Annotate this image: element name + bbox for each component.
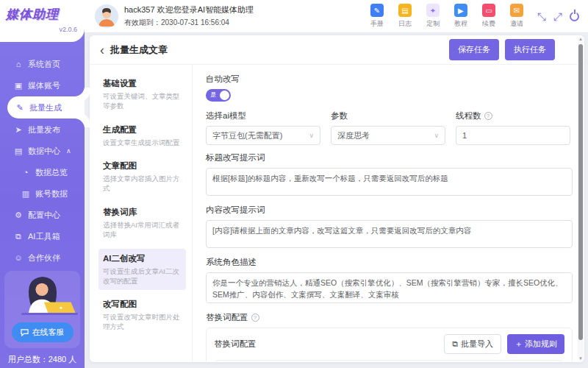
window-controls: ⤡ ⤢ — [537, 11, 579, 22]
invite-label: 邀请 — [510, 19, 523, 29]
sidebar-item-label: 批量生成 — [29, 102, 62, 113]
vertical-scrollbar[interactable]: ▲ ▼ — [578, 37, 584, 361]
user-info: hack357 欢迎您登录AI智能媒体助理 有效期到：2030-07-31 16… — [124, 4, 368, 28]
tutorial-icon: ▶ — [454, 4, 467, 17]
support-panel: 在线客服 — [4, 271, 80, 348]
step-ai-rewrite[interactable]: AI二创改写 可设置生成后文章AI二次改写的配置 — [98, 249, 186, 291]
replace-panel-header: 替换词配置 ⧉ 批量导入 ＋ 添加规则 — [214, 334, 564, 354]
data-center-icon: ▤ — [13, 146, 24, 156]
question-icon[interactable]: ? — [251, 314, 259, 322]
sidebar-item-label: 合作伙伴 — [28, 252, 60, 263]
thread-label: 线程数 ? — [456, 110, 570, 121]
model-field: 选择ai模型 字节豆包(无需配置) ∨ — [206, 110, 320, 145]
step-basic-settings[interactable]: 基础设置 可设置关键词、文章类型等参数 — [98, 74, 186, 116]
title-prompt-textarea[interactable]: 根据[标题]的标题内容，重新改写一个标题，只需要返回改写后的标题 — [206, 168, 573, 196]
tutorial-button[interactable]: ▶ 教程 — [452, 4, 470, 29]
rewrite-form: 自动改写 是 选择ai模型 字节豆包(无需配置) ∨ 参数 — [193, 65, 584, 361]
save-task-button[interactable]: 保存任务 — [449, 39, 499, 60]
scrollbar-thumb[interactable] — [578, 44, 583, 340]
sidebar-item-partners[interactable]: ☺ 合作伙伴 — [0, 247, 85, 268]
send-icon: ➤ — [13, 125, 24, 135]
chat-icon — [21, 328, 29, 336]
quick-icons: ✎ 手册 ▤ 日志 ✦ 定制 ▶ 教程 ▭ 续费 ✉ 邀请 — [368, 4, 526, 29]
batch-import-label: 批量导入 — [461, 339, 493, 350]
run-task-button[interactable]: 执行任务 — [505, 39, 555, 60]
toggle-knob — [220, 91, 229, 100]
add-rule-button[interactable]: ＋ 添加规则 — [507, 334, 564, 354]
model-label: 选择ai模型 — [206, 110, 320, 121]
online-service-label: 在线客服 — [32, 327, 65, 338]
sidebar-item-batch-publish[interactable]: ➤ 批量发布 — [0, 119, 85, 140]
app-window: 媒体助理 v2.0.6 ⌂ 系统首页 ▣ 媒体账号 ✎ 批量生成 ➤ 批量发布 … — [0, 0, 588, 368]
customize-label: 定制 — [426, 19, 440, 29]
sidebar-item-data-center[interactable]: ▤ 数据中心 ∧ — [0, 141, 85, 161]
chevron-down-icon: ∨ — [309, 132, 314, 139]
page-title: 批量生成文章 — [110, 43, 443, 57]
replace-word-panel: 替换词配置 ⧉ 批量导入 ＋ 添加规则 → — [206, 328, 573, 361]
batch-import-button[interactable]: ⧉ 批量导入 — [444, 334, 501, 354]
thread-count-input[interactable] — [456, 126, 570, 145]
sidebar-item-batch-generate[interactable]: ✎ 批量生成 — [7, 96, 85, 118]
media-account-icon: ▣ — [13, 81, 24, 91]
sidebar-nav: ⌂ 系统首页 ▣ 媒体账号 ✎ 批量生成 ➤ 批量发布 ▤ 数据中心 ∧ ◔ — [0, 54, 85, 268]
sidebar-item-home[interactable]: ⌂ 系统首页 — [0, 54, 85, 74]
step-desc: 可设置关键词、文章类型等参数 — [103, 92, 182, 111]
step-title: 基础设置 — [103, 78, 182, 89]
partners-icon: ☺ — [13, 253, 24, 262]
auto-rewrite-label: 自动改写 — [206, 74, 573, 85]
plus-icon: ＋ — [514, 339, 523, 350]
scroll-up-icon[interactable]: ▲ — [578, 37, 584, 41]
thread-field: 线程数 ? — [456, 110, 570, 145]
step-desc: 可设置改写文章时图片处理方式 — [103, 313, 182, 332]
power-icon[interactable] — [570, 12, 579, 21]
manual-button[interactable]: ✎ 手册 — [368, 4, 386, 29]
renew-button[interactable]: ▭ 续费 — [480, 4, 498, 29]
auto-rewrite-toggle[interactable]: 是 — [206, 89, 231, 102]
customize-button[interactable]: ✦ 定制 — [424, 4, 442, 29]
renew-label: 续费 — [482, 19, 495, 29]
param-field: 参数 深度思考 ∨ — [331, 110, 445, 145]
collapse-window-icon[interactable]: ⤢ — [553, 11, 562, 22]
step-rewrite-images[interactable]: 改写配图 可设置改写文章时图片处理方式 — [98, 294, 186, 336]
sidebar-footer: 在线客服 用户总数：2480 人 — [4, 271, 80, 365]
question-icon[interactable]: ? — [484, 112, 492, 120]
model-select[interactable]: 字节豆包(无需配置) ∨ — [206, 126, 320, 145]
sidebar-item-data-overview[interactable]: ◔ 数据总览 — [0, 162, 85, 183]
validity-text: 有效期到：2030-07-31 16:56:04 — [124, 18, 368, 28]
sidebar-item-label: AI工具箱 — [28, 231, 60, 242]
sidebar-item-config-center[interactable]: ⚙ 配置中心 — [0, 205, 85, 225]
replace-config-label: 替换词配置 ? — [206, 312, 573, 323]
back-icon[interactable]: ‹ — [100, 43, 104, 57]
support-illustration — [7, 272, 78, 318]
gear-icon: ⚙ — [13, 210, 24, 220]
step-title: AI二创改写 — [103, 253, 182, 264]
sidebar-item-label: 数据总览 — [35, 167, 68, 178]
param-select[interactable]: 深度思考 ∨ — [331, 126, 445, 145]
step-replace-lexicon[interactable]: 替换词库 选择替换AI常用词汇或者词库 — [98, 202, 186, 244]
sidebar-item-account-data[interactable]: ▥ 账号数据 — [0, 183, 85, 204]
replace-rule-row: → — [214, 360, 564, 361]
sidebar-item-ai-toolbox[interactable]: ⧉ AI工具箱 — [0, 226, 85, 247]
step-generate-config[interactable]: 生成配置 设置文章生成提示词配置 — [98, 120, 186, 152]
system-role-textarea[interactable]: 你是一个专业的营销达人，精通SEO（搜索引擎优化）、SEM（搜索引擎营销）专家，… — [206, 272, 573, 303]
sidebar-item-media-accounts[interactable]: ▣ 媒体账号 — [0, 75, 85, 96]
log-label: 日志 — [398, 19, 412, 29]
step-desc: 选择替换AI常用词汇或者词库 — [103, 221, 182, 240]
log-button[interactable]: ▤ 日志 — [396, 4, 414, 29]
sidebar-item-label: 账号数据 — [35, 188, 68, 199]
model-param-row: 选择ai模型 字节豆包(无需配置) ∨ 参数 深度思考 ∨ — [206, 110, 573, 145]
toggle-on-text: 是 — [210, 91, 216, 99]
invite-button[interactable]: ✉ 邀请 — [508, 4, 526, 29]
online-service-button[interactable]: 在线客服 — [12, 322, 74, 342]
compress-window-icon[interactable]: ⤡ — [537, 11, 546, 22]
content-prompt-textarea[interactable]: [内容]请根据上面的文章内容，改写这篇文章，只需要返回改写后的文章内容 — [206, 220, 573, 248]
avatar[interactable] — [95, 4, 118, 28]
log-icon: ▤ — [398, 4, 412, 17]
main-card: ‹ 批量生成文章 保存任务 执行任务 基础设置 可设置关键词、文章类型等参数 生… — [90, 35, 584, 362]
page-header: ‹ 批量生成文章 保存任务 执行任务 — [90, 35, 584, 65]
title-prompt-label: 标题改写提示词 — [206, 152, 573, 163]
import-icon: ⧉ — [452, 339, 458, 349]
step-article-images[interactable]: 文章配图 选择文章内容插入图片方式 — [98, 156, 186, 198]
avatar-image — [95, 4, 118, 28]
scroll-down-icon[interactable]: ▼ — [578, 356, 584, 361]
